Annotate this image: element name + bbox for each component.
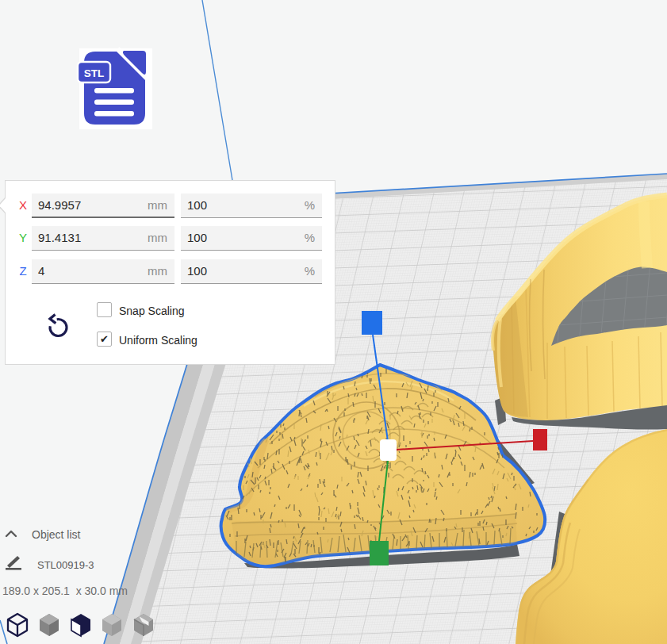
svg-text:STL00919-3: STL00919-3 (37, 559, 94, 571)
svg-text:Object list: Object list (32, 528, 81, 541)
svg-text:STL: STL (84, 67, 105, 79)
svg-text:189.0 x 205.1 x 30.0 mm: 189.0 x 205.1 x 30.0 mm (2, 585, 128, 597)
